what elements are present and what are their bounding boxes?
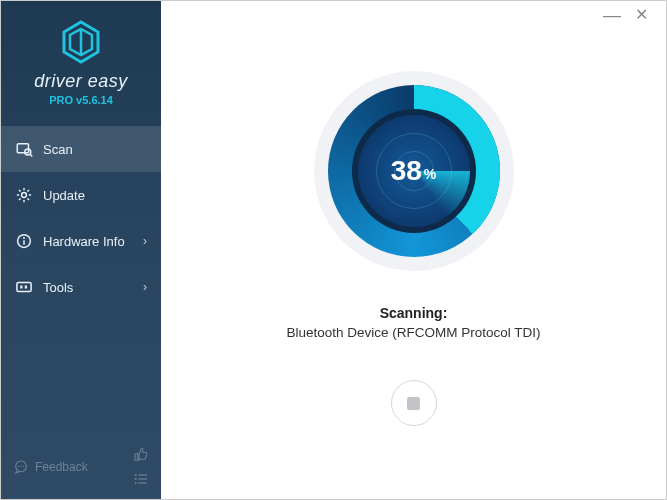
sidebar-footer: Feedback <box>1 437 161 499</box>
brand-name: driver easy <box>1 71 161 92</box>
svg-point-16 <box>23 466 24 467</box>
main-content: 38 % Scanning: Bluetooth Device (RFCOMM … <box>161 1 666 499</box>
list-icon[interactable] <box>133 471 149 487</box>
minimize-button[interactable]: — <box>603 6 621 24</box>
footer-actions <box>133 447 149 487</box>
svg-rect-9 <box>23 240 25 245</box>
svg-point-19 <box>135 478 137 480</box>
svg-rect-3 <box>17 144 28 153</box>
svg-point-8 <box>23 237 25 239</box>
sidebar-item-label: Scan <box>43 142 147 157</box>
scan-status: Scanning: Bluetooth Device (RFCOMM Proto… <box>286 305 540 340</box>
chevron-right-icon: › <box>143 234 147 248</box>
titlebar: — ✕ <box>585 1 666 29</box>
stop-button[interactable] <box>391 380 437 426</box>
scan-percent-value: 38 <box>391 155 422 187</box>
sidebar-item-hardware-info[interactable]: Hardware Info › <box>1 218 161 264</box>
svg-point-15 <box>20 466 21 467</box>
scan-icon <box>15 140 33 158</box>
brand-logo-icon <box>58 19 104 65</box>
feedback-label: Feedback <box>35 460 88 474</box>
hardware-icon <box>15 232 33 250</box>
tools-icon <box>15 278 33 296</box>
svg-point-6 <box>22 193 27 198</box>
scan-status-label: Scanning: <box>286 305 540 321</box>
svg-point-17 <box>135 474 137 476</box>
svg-point-21 <box>135 482 137 484</box>
brand-version: PRO v5.6.14 <box>1 94 161 106</box>
sidebar-nav: Scan Update Hardware Info › <box>1 126 161 310</box>
brand-area: driver easy PRO v5.6.14 <box>1 1 161 118</box>
chat-icon <box>13 459 29 475</box>
scan-percent: 38 % <box>314 71 514 271</box>
svg-rect-11 <box>20 286 22 289</box>
feedback-button[interactable]: Feedback <box>13 459 88 475</box>
svg-point-14 <box>18 466 19 467</box>
close-button[interactable]: ✕ <box>635 7 648 23</box>
sidebar-item-label: Tools <box>43 280 143 295</box>
sidebar-item-update[interactable]: Update <box>1 172 161 218</box>
percent-symbol: % <box>424 166 436 182</box>
sidebar-item-label: Update <box>43 188 147 203</box>
chevron-right-icon: › <box>143 280 147 294</box>
svg-rect-12 <box>25 286 27 289</box>
svg-rect-10 <box>17 283 31 292</box>
sidebar-item-label: Hardware Info <box>43 234 143 249</box>
sidebar-item-scan[interactable]: Scan <box>1 126 161 172</box>
sidebar: driver easy PRO v5.6.14 Scan Update <box>1 1 161 499</box>
scan-current-item: Bluetooth Device (RFCOMM Protocol TDI) <box>286 325 540 340</box>
thumbs-up-icon[interactable] <box>133 447 149 463</box>
stop-icon <box>407 397 420 410</box>
gear-icon <box>15 186 33 204</box>
sidebar-item-tools[interactable]: Tools › <box>1 264 161 310</box>
svg-line-5 <box>30 154 32 156</box>
scan-progress-ring: 38 % <box>314 71 514 271</box>
app-window: — ✕ driver easy PRO v5.6.14 Scan <box>0 0 667 500</box>
